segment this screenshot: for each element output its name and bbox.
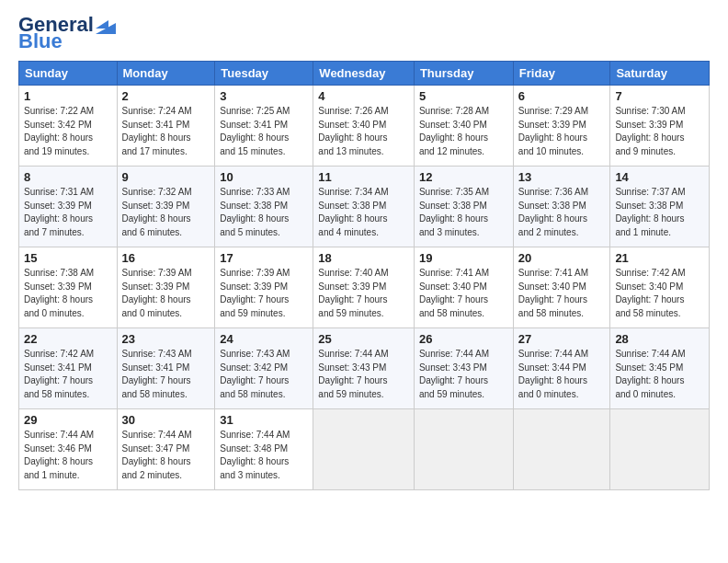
calendar-cell: 22 Sunrise: 7:42 AM Sunset: 3:41 PM Dayl…: [19, 328, 118, 409]
calendar-week-5: 29 Sunrise: 7:44 AM Sunset: 3:46 PM Dayl…: [19, 409, 710, 490]
day-info: Sunrise: 7:42 AM Sunset: 3:40 PM Dayligh…: [615, 267, 704, 320]
day-info: Sunrise: 7:44 AM Sunset: 3:46 PM Dayligh…: [24, 429, 112, 482]
calendar-week-3: 15 Sunrise: 7:38 AM Sunset: 3:39 PM Dayl…: [19, 247, 710, 328]
day-info: Sunrise: 7:22 AM Sunset: 3:42 PM Dayligh…: [24, 105, 112, 158]
day-number: 17: [220, 251, 308, 265]
day-info: Sunrise: 7:33 AM Sunset: 3:38 PM Dayligh…: [220, 186, 308, 239]
day-info: Sunrise: 7:43 AM Sunset: 3:41 PM Dayligh…: [122, 348, 210, 401]
calendar-cell: 3 Sunrise: 7:25 AM Sunset: 3:41 PM Dayli…: [215, 86, 313, 167]
header-sunday: Sunday: [19, 62, 118, 86]
day-number: 10: [220, 170, 308, 184]
day-info: Sunrise: 7:31 AM Sunset: 3:39 PM Dayligh…: [24, 186, 112, 239]
calendar-cell: 30 Sunrise: 7:44 AM Sunset: 3:47 PM Dayl…: [117, 409, 215, 490]
calendar-cell: 4 Sunrise: 7:26 AM Sunset: 3:40 PM Dayli…: [313, 86, 415, 167]
day-number: 27: [518, 332, 606, 346]
day-number: 11: [318, 170, 409, 184]
calendar-cell: 10 Sunrise: 7:33 AM Sunset: 3:38 PM Dayl…: [215, 167, 313, 247]
calendar-cell: 15 Sunrise: 7:38 AM Sunset: 3:39 PM Dayl…: [19, 247, 118, 328]
calendar-cell: [513, 409, 610, 490]
day-info: Sunrise: 7:36 AM Sunset: 3:38 PM Dayligh…: [518, 186, 606, 239]
day-info: Sunrise: 7:24 AM Sunset: 3:41 PM Dayligh…: [122, 105, 210, 158]
logo: General Blue: [18, 15, 116, 52]
calendar-cell: 6 Sunrise: 7:29 AM Sunset: 3:39 PM Dayli…: [513, 86, 610, 167]
calendar-cell: 20 Sunrise: 7:41 AM Sunset: 3:40 PM Dayl…: [513, 247, 610, 328]
day-number: 3: [220, 89, 308, 103]
calendar-cell: 27 Sunrise: 7:44 AM Sunset: 3:44 PM Dayl…: [513, 328, 610, 409]
day-info: Sunrise: 7:38 AM Sunset: 3:39 PM Dayligh…: [24, 267, 112, 320]
day-number: 16: [122, 251, 210, 265]
calendar-week-1: 1 Sunrise: 7:22 AM Sunset: 3:42 PM Dayli…: [19, 86, 710, 167]
day-number: 24: [220, 332, 308, 346]
day-info: Sunrise: 7:41 AM Sunset: 3:40 PM Dayligh…: [518, 267, 606, 320]
day-number: 14: [615, 170, 704, 184]
calendar-cell: 12 Sunrise: 7:35 AM Sunset: 3:38 PM Dayl…: [414, 167, 513, 247]
calendar-cell: [313, 409, 415, 490]
day-number: 6: [518, 89, 606, 103]
calendar-cell: 31 Sunrise: 7:44 AM Sunset: 3:48 PM Dayl…: [215, 409, 313, 490]
day-info: Sunrise: 7:40 AM Sunset: 3:39 PM Dayligh…: [318, 267, 409, 320]
calendar-cell: 14 Sunrise: 7:37 AM Sunset: 3:38 PM Dayl…: [610, 167, 710, 247]
calendar-cell: 16 Sunrise: 7:39 AM Sunset: 3:39 PM Dayl…: [117, 247, 215, 328]
calendar-cell: 25 Sunrise: 7:44 AM Sunset: 3:43 PM Dayl…: [313, 328, 415, 409]
day-info: Sunrise: 7:44 AM Sunset: 3:47 PM Dayligh…: [122, 429, 210, 482]
calendar-cell: 18 Sunrise: 7:40 AM Sunset: 3:39 PM Dayl…: [313, 247, 415, 328]
day-number: 4: [318, 89, 409, 103]
day-info: Sunrise: 7:32 AM Sunset: 3:39 PM Dayligh…: [122, 186, 210, 239]
calendar-cell: 24 Sunrise: 7:43 AM Sunset: 3:42 PM Dayl…: [215, 328, 313, 409]
day-info: Sunrise: 7:30 AM Sunset: 3:39 PM Dayligh…: [615, 105, 704, 158]
day-info: Sunrise: 7:43 AM Sunset: 3:42 PM Dayligh…: [220, 348, 308, 401]
day-number: 29: [24, 413, 112, 427]
calendar-cell: 8 Sunrise: 7:31 AM Sunset: 3:39 PM Dayli…: [19, 167, 118, 247]
day-number: 2: [122, 89, 210, 103]
day-info: Sunrise: 7:35 AM Sunset: 3:38 PM Dayligh…: [419, 186, 508, 239]
calendar-cell: 21 Sunrise: 7:42 AM Sunset: 3:40 PM Dayl…: [610, 247, 710, 328]
day-info: Sunrise: 7:41 AM Sunset: 3:40 PM Dayligh…: [419, 267, 508, 320]
day-number: 1: [24, 89, 112, 103]
day-number: 28: [615, 332, 704, 346]
header-tuesday: Tuesday: [215, 62, 313, 86]
day-info: Sunrise: 7:44 AM Sunset: 3:43 PM Dayligh…: [419, 348, 508, 401]
header-saturday: Saturday: [610, 62, 710, 86]
calendar-cell: 29 Sunrise: 7:44 AM Sunset: 3:46 PM Dayl…: [19, 409, 118, 490]
day-number: 9: [122, 170, 210, 184]
calendar-cell: 2 Sunrise: 7:24 AM Sunset: 3:41 PM Dayli…: [117, 86, 215, 167]
calendar-cell: 1 Sunrise: 7:22 AM Sunset: 3:42 PM Dayli…: [19, 86, 118, 167]
day-info: Sunrise: 7:26 AM Sunset: 3:40 PM Dayligh…: [318, 105, 409, 158]
day-number: 25: [318, 332, 409, 346]
day-info: Sunrise: 7:25 AM Sunset: 3:41 PM Dayligh…: [220, 105, 308, 158]
day-info: Sunrise: 7:44 AM Sunset: 3:48 PM Dayligh…: [220, 429, 308, 482]
logo-blue: Blue: [18, 31, 63, 52]
calendar-cell: 28 Sunrise: 7:44 AM Sunset: 3:45 PM Dayl…: [610, 328, 710, 409]
day-info: Sunrise: 7:44 AM Sunset: 3:45 PM Dayligh…: [615, 348, 704, 401]
calendar-cell: [414, 409, 513, 490]
day-number: 23: [122, 332, 210, 346]
calendar-week-4: 22 Sunrise: 7:42 AM Sunset: 3:41 PM Dayl…: [19, 328, 710, 409]
day-number: 30: [122, 413, 210, 427]
day-info: Sunrise: 7:42 AM Sunset: 3:41 PM Dayligh…: [24, 348, 112, 401]
day-number: 18: [318, 251, 409, 265]
day-info: Sunrise: 7:29 AM Sunset: 3:39 PM Dayligh…: [518, 105, 606, 158]
day-number: 22: [24, 332, 112, 346]
day-info: Sunrise: 7:44 AM Sunset: 3:43 PM Dayligh…: [318, 348, 409, 401]
calendar-cell: 19 Sunrise: 7:41 AM Sunset: 3:40 PM Dayl…: [414, 247, 513, 328]
page-header: General Blue: [18, 15, 710, 52]
day-number: 13: [518, 170, 606, 184]
day-info: Sunrise: 7:34 AM Sunset: 3:38 PM Dayligh…: [318, 186, 409, 239]
day-info: Sunrise: 7:28 AM Sunset: 3:40 PM Dayligh…: [419, 105, 508, 158]
calendar-cell: 26 Sunrise: 7:44 AM Sunset: 3:43 PM Dayl…: [414, 328, 513, 409]
day-number: 12: [419, 170, 508, 184]
calendar-cell: 13 Sunrise: 7:36 AM Sunset: 3:38 PM Dayl…: [513, 167, 610, 247]
header-wednesday: Wednesday: [313, 62, 415, 86]
day-number: 5: [419, 89, 508, 103]
calendar-cell: [610, 409, 710, 490]
day-number: 21: [615, 251, 704, 265]
day-info: Sunrise: 7:39 AM Sunset: 3:39 PM Dayligh…: [220, 267, 308, 320]
header-thursday: Thursday: [414, 62, 513, 86]
calendar-cell: 7 Sunrise: 7:30 AM Sunset: 3:39 PM Dayli…: [610, 86, 710, 167]
calendar-cell: 5 Sunrise: 7:28 AM Sunset: 3:40 PM Dayli…: [414, 86, 513, 167]
header-monday: Monday: [117, 62, 215, 86]
day-number: 31: [220, 413, 308, 427]
calendar-cell: 11 Sunrise: 7:34 AM Sunset: 3:38 PM Dayl…: [313, 167, 415, 247]
days-header-row: Sunday Monday Tuesday Wednesday Thursday…: [19, 62, 710, 86]
day-number: 20: [518, 251, 606, 265]
